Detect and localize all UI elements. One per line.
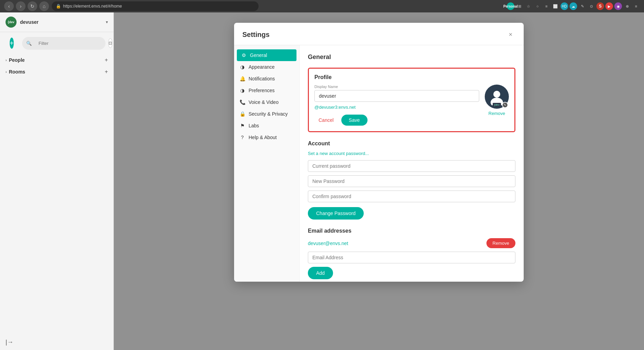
account-section: Account Set a new account password... Ch… [308, 140, 515, 220]
modal-title: Settings [242, 31, 270, 39]
new-password-input[interactable] [308, 175, 515, 187]
save-button[interactable]: Save [341, 115, 368, 126]
chevron-down-icon: ▾ [106, 20, 108, 25]
email-row: devuser@envs.net Remove [308, 238, 515, 248]
current-password-input[interactable] [308, 160, 515, 172]
user-id: @devuser3:envs.net [314, 105, 479, 110]
labs-icon: ⚑ [240, 123, 245, 128]
email-address-input[interactable] [308, 252, 515, 263]
pocket-button[interactable]: ○ [534, 2, 541, 10]
phone-icon: 📞 [240, 99, 245, 105]
nav-help-label: Help & About [249, 135, 277, 140]
filter-icon[interactable]: ⊡ [108, 38, 112, 48]
addon5-button[interactable]: S [596, 2, 604, 10]
browser-chrome: ‹ › ↻ ⌂ 🔒 https://element.envs.net/#/hom… [0, 0, 644, 12]
nav-labs-label: Labs [249, 123, 259, 128]
profile-form: Display Name @devuser3:envs.net Cancel S… [314, 85, 479, 126]
help-icon: ? [240, 135, 245, 140]
avatar-edit-icon[interactable]: ✎ [502, 102, 508, 108]
nav-preferences-label: Preferences [249, 88, 274, 93]
modal-overlay: Settings × ⚙ General ◑ Appearance [114, 12, 644, 350]
nav-item-security[interactable]: 🔒 Security & Privacy [234, 108, 299, 120]
remove-avatar-link[interactable]: Remove [489, 111, 505, 116]
addon1-button[interactable]: HD [561, 2, 568, 10]
sidebar-bottom: |→ [0, 334, 113, 350]
nav-voice-label: Voice & Video [249, 99, 279, 105]
profile-inner: Display Name @devuser3:envs.net Cancel S… [314, 85, 509, 126]
confirm-password-input[interactable] [308, 191, 515, 202]
browser-controls: ‹ › ↻ ⌂ [4, 1, 49, 11]
modal-header: Settings × [234, 23, 524, 45]
extensions-button[interactable]: ⊞ [516, 2, 523, 10]
logout-icon[interactable]: |→ [6, 339, 13, 346]
addon7-button[interactable]: ◉ [614, 2, 622, 10]
nav-item-preferences[interactable]: ◑ Preferences [234, 85, 299, 96]
svg-point-0 [493, 91, 500, 98]
cancel-button[interactable]: Cancel [314, 115, 338, 126]
filter-input[interactable] [34, 39, 101, 48]
settings-section-title: General [308, 54, 515, 61]
addon8-button[interactable]: ⊕ [623, 2, 631, 10]
nav-item-voice-video[interactable]: 📞 Voice & Video [234, 96, 299, 108]
bell-icon: 🔔 [240, 76, 245, 81]
lock-icon: 🔒 [56, 4, 61, 9]
compose-button[interactable]: + [10, 38, 14, 49]
chevron-right-icon-rooms: › [6, 70, 7, 74]
remove-email-button[interactable]: Remove [486, 238, 515, 248]
address-bar[interactable]: 🔒 https://element.envs.net/#/home [52, 1, 259, 11]
avatar-wrapper: {dev ✎ [485, 85, 509, 109]
display-name-input[interactable] [314, 90, 479, 102]
existing-email: devuser@envs.net [308, 241, 483, 246]
add-rooms-button[interactable]: + [105, 69, 108, 75]
addon3-button[interactable]: ✎ [578, 2, 586, 10]
sidebar-item-people[interactable]: › People + [0, 54, 113, 66]
refresh-button[interactable]: ↻ [28, 1, 37, 11]
sidebar-username: devuser [20, 19, 102, 25]
sidebar-item-rooms[interactable]: › Rooms + [0, 66, 113, 78]
preferences-icon: ◑ [240, 88, 245, 93]
menu-button[interactable]: ≡ [632, 2, 640, 10]
nav-notifications-label: Notifications [249, 76, 275, 81]
addon6-button[interactable]: ▶ [605, 2, 613, 10]
nav-item-general[interactable]: ⚙ General [237, 49, 296, 61]
profile-subtitle: Profile [314, 74, 509, 80]
nav-item-help[interactable]: ? Help & About [234, 132, 299, 143]
profile-button[interactable]: Personal [507, 2, 514, 10]
add-email-button[interactable]: Add [308, 267, 333, 279]
appearance-icon: ◑ [240, 64, 245, 70]
profile-section: Profile Display Name @devuser3:envs.net … [308, 68, 515, 132]
modal-close-button[interactable]: × [506, 30, 515, 39]
settings-modal: Settings × ⚙ General ◑ Appearance [234, 23, 524, 282]
nav-item-appearance[interactable]: ◑ Appearance [234, 61, 299, 73]
change-password-button[interactable]: Change Password [308, 207, 364, 220]
sidebar: {dev devuser ▾ + 🔍 ⊡ › People + › Rooms … [0, 12, 114, 350]
sidebar-header: {dev devuser ▾ [0, 12, 113, 32]
back-button[interactable]: ‹ [4, 1, 14, 11]
password-fields [308, 160, 515, 202]
people-label: People [9, 57, 25, 63]
pip-button[interactable]: ⬜ [552, 2, 559, 10]
pencil-icon: ✎ [504, 103, 506, 107]
set-password-link[interactable]: Set a new account password... [308, 151, 515, 156]
add-people-button[interactable]: + [105, 57, 108, 63]
display-name-label: Display Name [314, 85, 479, 89]
profile-actions: Cancel Save [314, 115, 479, 126]
settings-content: General Profile Display Name @devuser3:e… [300, 45, 524, 282]
main-content: Settings × ⚙ General ◑ Appearance [114, 12, 644, 350]
avatar-badge-label: {dev [493, 103, 501, 107]
avatar-container: {dev ✎ Remove [485, 85, 509, 116]
nav-item-labs[interactable]: ⚑ Labs [234, 120, 299, 132]
avatar: {dev [6, 17, 17, 28]
email-subtitle: Email addresses [308, 228, 515, 234]
addon2-button[interactable]: ☁ [570, 2, 577, 10]
gear-icon: ⚙ [241, 52, 246, 58]
addon4-button[interactable]: ⊙ [587, 2, 595, 10]
nav-general-label: General [250, 52, 267, 58]
avatar-initials: {dev [8, 20, 14, 24]
forward-button[interactable]: › [16, 1, 26, 11]
nav-item-notifications[interactable]: 🔔 Notifications [234, 73, 299, 85]
home-button[interactable]: ⌂ [39, 1, 49, 11]
reader-button[interactable]: ≡ [543, 2, 550, 10]
star-button[interactable]: ☆ [525, 2, 532, 10]
chevron-right-icon: › [6, 58, 7, 62]
